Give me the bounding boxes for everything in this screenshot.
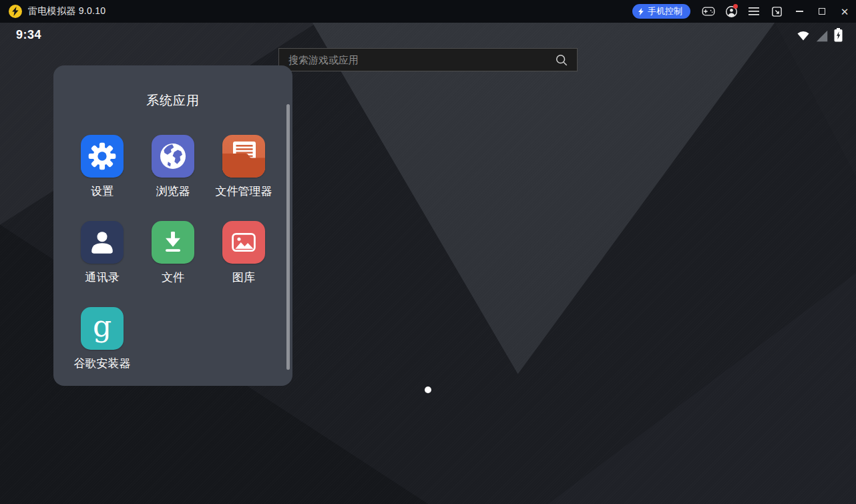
titlebar-controls: 手机控制 — [632, 0, 856, 23]
settings-icon — [81, 135, 124, 178]
app-label: 设置 — [91, 184, 114, 199]
hamburger-menu-icon — [748, 7, 759, 15]
app-item-settings[interactable]: 设置 — [67, 135, 138, 199]
app-label: 文件 — [162, 270, 184, 285]
maximize-icon — [819, 8, 825, 15]
gamepad-icon — [702, 6, 715, 17]
search-input[interactable] — [279, 54, 555, 65]
resize-button[interactable] — [765, 0, 788, 23]
minimize-icon — [796, 11, 803, 12]
app-item-file-manager[interactable]: 文件管理器 — [208, 135, 279, 199]
phone-control-label: 手机控制 — [648, 5, 682, 17]
gallery-icon — [222, 221, 265, 264]
gamepad-button[interactable] — [697, 0, 720, 23]
browser-icon — [152, 135, 194, 178]
emulator-window: 雷电模拟器 9.0.10 手机控制 — [0, 0, 856, 504]
status-clock: 9:34 — [16, 28, 41, 42]
app-label: 谷歌安装器 — [74, 356, 131, 371]
support-button[interactable] — [720, 0, 742, 23]
app-item-gallery[interactable]: 图库 — [208, 221, 279, 285]
app-label: 图库 — [232, 270, 255, 285]
search-icon — [555, 53, 568, 67]
android-screen: 9:34 系统应用 — [0, 23, 856, 504]
app-label: 文件管理器 — [216, 184, 272, 199]
window-title: 雷电模拟器 9.0.10 — [28, 5, 105, 17]
search-button[interactable] — [555, 53, 577, 67]
files-icon — [152, 221, 194, 264]
resize-icon — [771, 6, 783, 17]
folder-title: 系统应用 — [53, 65, 292, 109]
maximize-button[interactable] — [811, 0, 833, 23]
wifi-icon — [797, 30, 810, 42]
search-bar — [278, 48, 578, 71]
phone-control-button[interactable]: 手机控制 — [632, 4, 690, 19]
serif-g-glyph: g — [93, 312, 112, 341]
file-manager-icon — [222, 135, 265, 178]
menu-button[interactable] — [742, 0, 765, 23]
app-item-files[interactable]: 文件 — [138, 221, 208, 285]
minimize-button[interactable] — [788, 0, 811, 23]
cellular-signal-icon — [815, 30, 829, 42]
app-item-browser[interactable]: 浏览器 — [138, 135, 208, 199]
system-apps-folder: 系统应用 设置 浏览器 — [53, 65, 292, 386]
lightning-icon — [638, 7, 644, 16]
titlebar: 雷电模拟器 9.0.10 手机控制 — [0, 0, 856, 23]
apps-grid: 设置 浏览器 文件管理器 通讯录 文件 图库g谷歌安装器 — [67, 135, 279, 371]
ldplayer-logo-icon — [9, 5, 22, 18]
contacts-icon — [81, 221, 124, 264]
battery-charging-icon — [834, 28, 843, 42]
folder-scrollbar[interactable] — [286, 104, 290, 370]
close-button[interactable]: ✕ — [833, 0, 856, 23]
google-installer-icon: g — [81, 307, 124, 350]
app-item-google-installer[interactable]: g谷歌安装器 — [67, 307, 138, 371]
titlebar-left: 雷电模拟器 9.0.10 — [0, 5, 632, 18]
page-indicator-dot — [425, 387, 431, 393]
notification-dot — [733, 4, 738, 9]
app-label: 通讯录 — [85, 270, 120, 285]
app-item-contacts[interactable]: 通讯录 — [67, 221, 138, 285]
app-label: 浏览器 — [156, 184, 190, 199]
status-icons — [797, 28, 843, 42]
close-icon: ✕ — [841, 7, 849, 17]
